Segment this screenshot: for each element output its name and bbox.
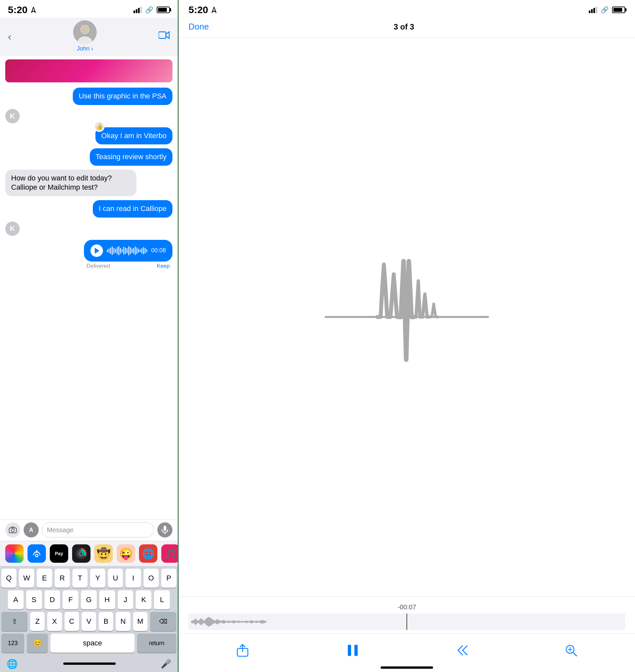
microphone-key[interactable]: 🎤	[161, 659, 171, 669]
space-key[interactable]: space	[50, 634, 134, 653]
contact-badge: K	[5, 222, 20, 236]
location-icon-right	[211, 6, 217, 13]
key-r[interactable]: R	[55, 569, 70, 588]
memoji2-icon[interactable]: 😜	[117, 544, 135, 563]
left-panel: 5:20 🔗 ‹	[0, 0, 179, 672]
battery-fill-left	[158, 8, 167, 12]
pause-button[interactable]	[341, 639, 364, 662]
key-o[interactable]: O	[144, 569, 159, 588]
key-v[interactable]: V	[82, 612, 96, 631]
svg-line-20	[573, 652, 577, 656]
conversation-header: ‹ John ›	[0, 18, 178, 56]
music-icon[interactable]: 🎵	[161, 544, 178, 563]
message-status-row: Delivered Keep	[84, 263, 172, 269]
keyboard-row-3: ⇧ Z X C V B N M ⌫	[1, 612, 176, 631]
message-input[interactable]: Message	[42, 522, 154, 538]
link-icon-left: 🔗	[145, 6, 153, 14]
home-indicator-right-wrapper	[179, 665, 635, 672]
message-bubble: How do you want to edit today? Calliope …	[5, 170, 136, 196]
key-b[interactable]: B	[99, 612, 113, 631]
key-p[interactable]: P	[161, 569, 176, 588]
key-e[interactable]: E	[37, 569, 52, 588]
zoom-button[interactable]	[561, 640, 581, 660]
audio-input-button[interactable]	[157, 522, 172, 538]
key-h[interactable]: H	[99, 590, 115, 609]
return-key[interactable]: return	[137, 634, 176, 653]
reaction-badge: 👍	[94, 121, 105, 132]
key-i[interactable]: I	[126, 569, 140, 588]
key-g[interactable]: G	[81, 590, 97, 609]
key-l[interactable]: L	[154, 590, 170, 609]
audio-message-group: 00:08 Delivered Keep	[84, 240, 172, 269]
delete-key[interactable]: ⌫	[150, 612, 176, 631]
message-bubble: Use this graphic in the PSA	[73, 88, 172, 105]
right-panel: 5:20 🔗 Done 3 of 3	[179, 0, 635, 672]
camera-button[interactable]	[5, 522, 20, 538]
globe-key[interactable]: 🌐	[6, 658, 18, 669]
play-button[interactable]	[90, 245, 103, 257]
key-s[interactable]: S	[26, 590, 42, 609]
svg-rect-7	[163, 526, 166, 531]
audio-duration: 00:08	[151, 247, 166, 254]
key-a[interactable]: A	[8, 590, 24, 609]
key-t[interactable]: T	[72, 569, 88, 588]
audio-toolbar	[179, 633, 635, 665]
numbers-key[interactable]: 123	[1, 634, 24, 653]
back-button[interactable]: ‹	[8, 31, 12, 42]
main-waveform-svg	[325, 255, 489, 379]
timeline-area: -00:07	[179, 596, 635, 633]
home-indicator-right	[380, 667, 433, 669]
photos-app-icon[interactable]	[5, 544, 24, 563]
signal-icon-left	[133, 6, 142, 13]
applepay-icon[interactable]: Pay	[50, 544, 68, 563]
message-bubble: Teasing review shortly	[90, 148, 172, 166]
rewind-button[interactable]	[453, 640, 473, 660]
contact-badge: K	[5, 109, 20, 123]
key-u[interactable]: U	[108, 569, 123, 588]
video-call-button[interactable]	[159, 31, 170, 42]
appstore-app-icon[interactable]	[27, 544, 46, 563]
key-m[interactable]: M	[133, 612, 148, 631]
contact-info[interactable]: John ›	[73, 20, 97, 52]
audio-bubble[interactable]: 00:08	[84, 240, 172, 261]
key-y[interactable]: Y	[90, 569, 105, 588]
key-k[interactable]: K	[136, 590, 151, 609]
audio-player-header: Done 3 of 3	[179, 18, 635, 37]
key-n[interactable]: N	[116, 612, 130, 631]
apps-button[interactable]: A	[24, 522, 39, 538]
key-z[interactable]: Z	[30, 612, 45, 631]
key-q[interactable]: Q	[1, 569, 16, 588]
share-button[interactable]	[233, 640, 253, 660]
svg-rect-18	[354, 645, 358, 656]
key-x[interactable]: X	[47, 612, 62, 631]
activity-icon[interactable]	[72, 544, 90, 563]
emoji-key[interactable]: 😊	[27, 634, 48, 653]
key-f[interactable]: F	[63, 590, 78, 609]
svg-point-3	[81, 26, 89, 34]
key-w[interactable]: W	[19, 569, 34, 588]
timeline-track[interactable]	[189, 614, 625, 630]
signal-icon-right	[589, 6, 597, 13]
svg-rect-4	[159, 32, 166, 38]
keyboard-bottom-row: 🌐 🎤	[0, 656, 178, 672]
keyboard: Q W E R T Y U I O P A S D F G H J K L ⇧ …	[0, 566, 178, 656]
contact-name[interactable]: John ›	[77, 45, 93, 52]
status-right-right: 🔗	[589, 6, 625, 14]
play-icon	[95, 248, 99, 254]
key-d[interactable]: D	[45, 590, 60, 609]
key-c[interactable]: C	[65, 612, 79, 631]
globe-search-icon[interactable]: 🌐	[139, 544, 157, 563]
keyboard-row-4: 123 😊 space return	[1, 634, 176, 653]
keyboard-row-1: Q W E R T Y U I O P	[1, 569, 176, 588]
messages-area: Use this graphic in the PSA K 👍 Okay I a…	[0, 56, 178, 520]
status-bar-right: 5:20 🔗	[179, 0, 635, 18]
keep-button[interactable]: Keep	[157, 263, 170, 269]
key-j[interactable]: J	[118, 590, 133, 609]
shift-key[interactable]: ⇧	[1, 612, 27, 631]
message-bubble: Okay I am in Viterbo	[95, 127, 172, 145]
keyboard-row-2: A S D F G H J K L	[1, 590, 176, 609]
delivered-status: Delivered	[87, 263, 110, 269]
svg-point-6	[12, 529, 15, 532]
memoji1-icon[interactable]: 🤠	[94, 544, 113, 563]
done-button[interactable]: Done	[189, 22, 209, 32]
